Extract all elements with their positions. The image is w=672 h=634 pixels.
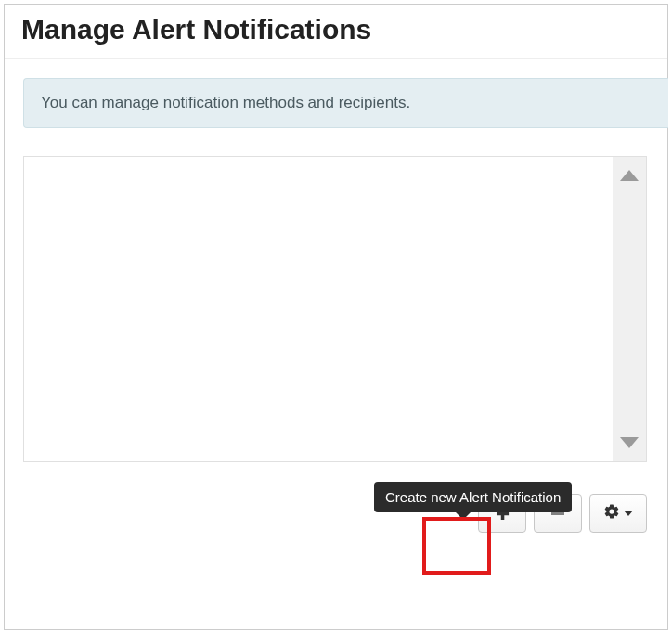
page-title: Manage Alert Notifications: [21, 14, 651, 45]
panel-header: Manage Alert Notifications: [5, 5, 667, 59]
add-button-tooltip: Create new Alert Notification: [374, 482, 572, 512]
notification-list[interactable]: [24, 157, 613, 461]
manage-alert-notifications-panel: Manage Alert Notifications You can manag…: [4, 4, 668, 630]
panel-content: You can manage notification methods and …: [5, 59, 667, 551]
scroll-up-icon[interactable]: [620, 170, 639, 181]
scroll-down-icon[interactable]: [620, 437, 639, 448]
notification-list-area: [23, 156, 647, 462]
gear-icon: [603, 503, 620, 524]
settings-dropdown-button[interactable]: [589, 494, 647, 533]
info-banner: You can manage notification methods and …: [23, 78, 668, 128]
list-scrollbar[interactable]: [613, 157, 646, 461]
caret-down-icon: [624, 511, 633, 516]
